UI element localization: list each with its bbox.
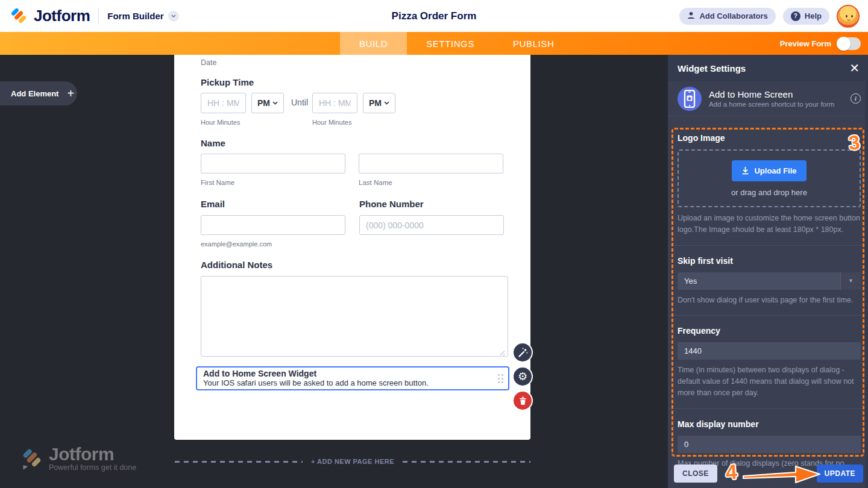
jotform-watermark-icon xyxy=(21,446,44,474)
panel-title: Widget Settings xyxy=(678,63,746,74)
question-icon: ? xyxy=(791,11,800,21)
logo-image-section: Logo Image Upload File or drag and drop … xyxy=(668,116,868,246)
chevron-down-icon xyxy=(168,11,179,22)
gear-icon: ⚙ xyxy=(518,371,527,382)
pickup-time-end-input[interactable] xyxy=(312,93,357,113)
panel-footer: CLOSE UPDATE xyxy=(668,459,868,488)
close-button[interactable]: CLOSE xyxy=(674,465,717,483)
chevron-down-icon xyxy=(272,101,278,105)
add-new-page-button[interactable]: + ADD NEW PAGE HERE xyxy=(311,458,394,465)
avatar-eye xyxy=(851,15,853,17)
jotform-watermark: Jotform Powerful forms get it done xyxy=(21,446,136,474)
drag-handle[interactable] xyxy=(498,374,503,383)
dropdown-arrow-icon: ▼ xyxy=(840,272,861,290)
jotform-logo-icon xyxy=(10,6,28,27)
last-name-input[interactable] xyxy=(359,154,503,174)
builder-tabs: BUILD SETTINGS PUBLISH xyxy=(340,32,573,55)
hour-minutes-sublabel: Hour Minutes xyxy=(201,119,240,126)
logo-dropzone[interactable]: Upload File or drag and drop here xyxy=(678,149,861,207)
until-label: Until xyxy=(291,98,308,107)
selected-widget-element[interactable]: Add to Home Screen Widget Your IOS safar… xyxy=(196,366,509,390)
tab-settings[interactable]: SETTINGS xyxy=(407,32,494,55)
tab-publish[interactable]: PUBLISH xyxy=(494,32,573,55)
magic-wand-button[interactable] xyxy=(512,342,533,363)
dashed-divider xyxy=(175,461,303,463)
avatar-eye xyxy=(846,15,848,17)
delete-widget-button[interactable] xyxy=(512,390,533,411)
email-input[interactable] xyxy=(201,215,345,235)
skip-first-visit-label: Skip first visit xyxy=(678,256,861,266)
pickup-time-start-ampm-select[interactable]: PM xyxy=(251,93,284,113)
hour-minutes-sublabel: Hour Minutes xyxy=(312,119,351,126)
pickup-time-start-input[interactable] xyxy=(201,93,246,113)
avatar-mouth xyxy=(847,19,851,20)
widget-element-title: Add to Home Screen Widget xyxy=(203,369,502,378)
pickup-time-label: Pickup Time xyxy=(201,77,254,87)
add-to-home-screen-icon xyxy=(678,87,702,111)
update-button[interactable]: UPDATE xyxy=(817,465,863,483)
name-label: Name xyxy=(201,138,225,148)
product-switcher[interactable]: Form Builder xyxy=(107,11,178,22)
widget-settings-button[interactable]: ⚙ xyxy=(512,366,533,387)
skip-first-visit-section: Skip first visit Yes ▼ Don't show dialog… xyxy=(668,246,868,316)
ampm-value: PM xyxy=(257,98,270,108)
widget-description: Add a home screen shortcut to your form xyxy=(709,101,843,108)
trash-icon xyxy=(519,396,527,405)
watermark-tagline: Powerful forms get it done xyxy=(49,463,136,472)
first-name-sublabel: First Name xyxy=(201,179,234,186)
widget-element-description: Your IOS safari users will be asked to a… xyxy=(203,378,502,387)
frequency-helper: Time (in minutes) between two displays o… xyxy=(678,364,861,398)
preview-form-label: Preview Form xyxy=(780,39,831,48)
brand-name: Jotform xyxy=(34,7,90,25)
upload-file-button[interactable]: Upload File xyxy=(732,160,806,181)
widget-info-row: Add to Home Screen Add a home screen sho… xyxy=(668,81,868,116)
max-display-input[interactable] xyxy=(678,436,861,453)
tab-build[interactable]: BUILD xyxy=(340,32,407,55)
pickup-time-end-ampm-select[interactable]: PM xyxy=(363,93,395,113)
last-name-sublabel: Last Name xyxy=(359,179,392,186)
dashed-divider xyxy=(403,461,530,463)
date-field-label: Date xyxy=(201,58,216,67)
additional-notes-label: Additional Notes xyxy=(201,260,272,270)
frequency-input[interactable] xyxy=(678,342,861,360)
phone-input[interactable] xyxy=(359,215,504,235)
magic-wand-icon xyxy=(518,348,528,358)
skip-first-visit-value: Yes xyxy=(678,272,840,290)
person-icon xyxy=(687,11,695,21)
drop-hint: or drag and drop here xyxy=(731,188,807,197)
email-label: Email xyxy=(201,199,225,209)
additional-notes-textarea[interactable] xyxy=(201,276,508,357)
skip-first-visit-select[interactable]: Yes ▼ xyxy=(678,272,861,290)
preview-form-toggle[interactable] xyxy=(837,37,861,50)
add-collaborators-button[interactable]: Add Collaborators xyxy=(679,8,775,25)
header-divider xyxy=(98,8,99,24)
product-name: Form Builder xyxy=(107,11,163,21)
upload-file-label: Upload File xyxy=(754,166,796,175)
email-sublabel: example@example.com xyxy=(201,240,272,248)
help-button[interactable]: ? Help xyxy=(783,8,829,25)
avatar[interactable] xyxy=(837,5,860,28)
panel-scrollbar[interactable] xyxy=(865,81,868,488)
close-icon[interactable]: ✕ xyxy=(849,62,860,74)
chevron-down-icon xyxy=(384,101,389,105)
form-builder-app: Pizza Order Form Jotform Form Builder xyxy=(0,0,868,488)
phone-label: Phone Number xyxy=(359,199,424,209)
max-display-label: Max display number xyxy=(678,419,861,429)
form-card: Date Pickup Time PM Until PM Hour Minute… xyxy=(174,55,530,440)
add-element-button[interactable]: Add Element + xyxy=(0,81,77,105)
brand[interactable]: Jotform xyxy=(0,6,90,27)
toggle-knob xyxy=(837,37,851,51)
add-new-page-row: + ADD NEW PAGE HERE xyxy=(175,458,530,465)
panel-header: Widget Settings ✕ xyxy=(668,55,868,81)
info-icon[interactable]: i xyxy=(851,93,861,104)
watermark-brand: Jotform xyxy=(49,446,136,462)
help-label: Help xyxy=(805,11,822,20)
logo-image-helper: Upload an image to customize the home sc… xyxy=(678,213,861,236)
first-name-input[interactable] xyxy=(201,154,345,174)
widget-settings-panel: Widget Settings ✕ Add to Home Screen Add… xyxy=(668,55,868,488)
builder-navbar: BUILD SETTINGS PUBLISH Preview Form xyxy=(0,32,868,55)
download-icon xyxy=(741,166,749,175)
widget-name: Add to Home Screen xyxy=(709,89,843,99)
plus-icon: + xyxy=(67,87,74,99)
panel-sections: Logo Image Upload File or drag and drop … xyxy=(668,116,868,488)
